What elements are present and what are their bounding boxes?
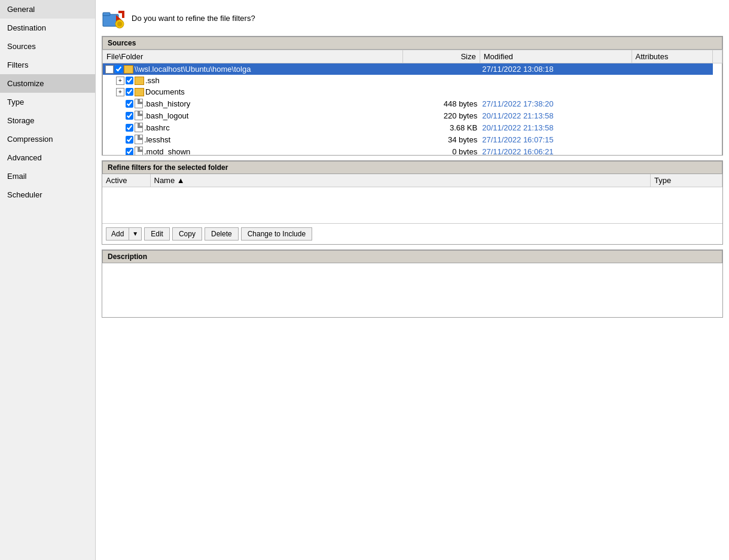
sources-section-header: Sources [102, 36, 722, 50]
col-file-folder[interactable]: File\Folder [103, 50, 403, 63]
row-attributes [632, 86, 712, 98]
table-row[interactable]: .bashrc3.68 KB20/11/2022 21:13:58 [103, 121, 722, 133]
description-section: Description [102, 249, 723, 318]
table-row[interactable]: +Documents [103, 86, 722, 98]
row-name: .bash_logout [144, 111, 188, 120]
row-size: 220 bytes [403, 109, 480, 121]
file-icon [135, 99, 143, 108]
svg-rect-6 [119, 20, 120, 22]
refine-section: Refine filters for the selected folder A… [102, 160, 723, 245]
row-name: \\wsl.localhost\Ubuntu\home\tolga [135, 65, 251, 74]
row-modified: 27/11/2022 16:06:21 [480, 145, 632, 156]
sidebar-item-destination[interactable]: Destination [0, 19, 95, 37]
table-row[interactable]: +.ssh [103, 75, 722, 86]
description-content [102, 263, 722, 317]
sidebar-item-advanced[interactable]: Advanced [0, 148, 95, 167]
change-to-include-button[interactable]: Change to Include [241, 227, 312, 241]
row-modified: 20/11/2022 21:13:58 [480, 109, 632, 121]
header-question: Do you want to refine the file filters? [132, 14, 255, 23]
table-row[interactable]: .lesshst34 bytes27/11/2022 16:07:15 [103, 133, 722, 145]
row-name: .bashrc [144, 123, 170, 132]
row-checkbox[interactable] [126, 88, 133, 96]
row-size [403, 86, 480, 98]
sources-content[interactable]: File\Folder Size Modified Attributes -\\… [102, 50, 722, 156]
edit-button[interactable]: Edit [144, 227, 170, 241]
sidebar-item-general[interactable]: General [0, 0, 95, 19]
file-icon [135, 111, 143, 120]
button-bar: Add ▼ Edit Copy Delete Change to Include [102, 223, 722, 244]
svg-marker-2 [118, 11, 124, 18]
sidebar-item-sources[interactable]: Sources [0, 37, 95, 56]
row-modified: 27/11/2022 16:07:15 [480, 133, 632, 145]
table-row[interactable]: .bash_logout220 bytes20/11/2022 21:13:58 [103, 109, 722, 121]
row-name: .ssh [145, 76, 160, 85]
row-modified [480, 86, 632, 98]
row-attributes [632, 63, 712, 75]
row-modified: 27/11/2022 13:08:18 [480, 63, 632, 75]
add-button[interactable]: Add [106, 227, 129, 241]
sidebar-item-storage[interactable]: Storage [0, 111, 95, 130]
sidebar-item-type[interactable]: Type [0, 93, 95, 111]
file-icon [135, 123, 143, 132]
row-name: .motd_shown [144, 147, 190, 156]
row-name: Documents [145, 87, 185, 96]
copy-button[interactable]: Copy [172, 227, 202, 241]
row-checkbox[interactable] [126, 148, 133, 156]
col-modified[interactable]: Modified [480, 50, 632, 63]
svg-rect-8 [115, 23, 117, 25]
refine-col-type[interactable]: Type [651, 174, 722, 187]
description-section-header: Description [102, 250, 722, 263]
svg-rect-7 [119, 26, 120, 28]
delete-button[interactable]: Delete [205, 227, 239, 241]
row-checkbox[interactable] [126, 136, 133, 144]
row-size [403, 75, 480, 86]
table-row[interactable]: -\\wsl.localhost\Ubuntu\home\tolga27/11/… [103, 63, 722, 75]
sidebar-item-filters[interactable]: Filters [0, 56, 95, 74]
sidebar-item-scheduler[interactable]: Scheduler [0, 185, 95, 204]
svg-rect-1 [103, 13, 110, 16]
row-size: 448 bytes [403, 98, 480, 109]
sidebar-item-customize[interactable]: Customize [0, 74, 95, 93]
file-icon [135, 135, 143, 144]
file-icon [135, 147, 143, 156]
file-tree-table: File\Folder Size Modified Attributes -\\… [102, 50, 722, 156]
row-checkbox[interactable] [126, 124, 133, 132]
folder-icon [135, 77, 144, 85]
row-size: 34 bytes [403, 133, 480, 145]
svg-rect-9 [122, 23, 124, 25]
expand-button[interactable]: + [116, 88, 124, 96]
refine-table: Active Name ▲ Type [102, 174, 722, 223]
row-modified [480, 75, 632, 86]
refine-col-name[interactable]: Name ▲ [150, 174, 651, 187]
sidebar-item-email[interactable]: Email [0, 167, 95, 185]
row-modified: 20/11/2022 21:13:58 [480, 121, 632, 133]
folder-icon [135, 88, 144, 96]
row-modified: 27/11/2022 17:38:20 [480, 98, 632, 109]
row-attributes [632, 98, 712, 109]
add-button-split[interactable]: Add ▼ [106, 227, 142, 241]
refine-section-header: Refine filters for the selected folder [102, 161, 722, 174]
row-attributes [632, 145, 712, 156]
expand-button[interactable]: + [116, 77, 124, 85]
row-checkbox[interactable] [126, 100, 133, 108]
app-icon [102, 6, 126, 30]
refine-col-active[interactable]: Active [102, 174, 150, 187]
folder-icon [124, 65, 133, 74]
add-dropdown-arrow[interactable]: ▼ [129, 227, 142, 241]
row-checkbox[interactable] [115, 65, 123, 73]
row-name: .bash_history [144, 99, 190, 108]
expand-button[interactable]: - [105, 65, 114, 74]
table-row[interactable]: .bash_history448 bytes27/11/2022 17:38:2… [103, 98, 722, 109]
row-attributes [632, 121, 712, 133]
sources-section: Sources File\Folder Size Modified Attrib… [102, 36, 723, 156]
row-checkbox[interactable] [126, 77, 133, 84]
table-row[interactable]: .motd_shown0 bytes27/11/2022 16:06:21 [103, 145, 722, 156]
row-size [403, 63, 480, 75]
row-checkbox[interactable] [126, 112, 133, 120]
row-size: 0 bytes [403, 145, 480, 156]
col-attributes[interactable]: Attributes [632, 50, 712, 63]
svg-point-5 [117, 22, 122, 26]
sidebar-item-compression[interactable]: Compression [0, 130, 95, 148]
row-name: .lesshst [144, 135, 170, 144]
col-size[interactable]: Size [403, 50, 480, 63]
